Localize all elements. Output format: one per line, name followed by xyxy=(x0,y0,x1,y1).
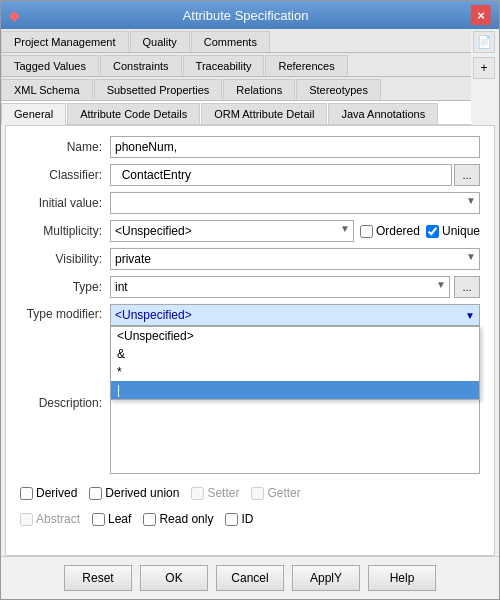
abstract-checkbox-label: Abstract xyxy=(20,512,80,526)
setter-checkbox[interactable] xyxy=(191,487,204,500)
dropdown-item-unspecified[interactable]: <Unspecified> xyxy=(111,327,479,345)
type-modifier-label: Type modifier: xyxy=(20,304,110,321)
content-area: Name: Classifier: ... Initial value: ▼ M… xyxy=(5,125,495,556)
visibility-label: Visibility: xyxy=(20,252,110,266)
dropdown-item-star[interactable]: * xyxy=(111,363,479,381)
ordered-label: Ordered xyxy=(376,224,420,238)
close-button[interactable]: × xyxy=(471,5,491,25)
tab-attribute-code[interactable]: Attribute Code Details xyxy=(67,103,200,124)
type-label: Type: xyxy=(20,280,110,294)
visibility-arrow: ▼ xyxy=(466,251,476,262)
tabs-wrapper: Project Management Quality Comments Tagg… xyxy=(1,29,499,125)
ordered-checkbox[interactable] xyxy=(360,225,373,238)
tab-subsetted-properties[interactable]: Subsetted Properties xyxy=(94,79,223,100)
getter-checkbox[interactable] xyxy=(251,487,264,500)
side-icon-page[interactable]: 📄 xyxy=(473,31,495,53)
lower-form: Description: xyxy=(20,394,480,474)
type-row: Type: ▼ ... xyxy=(20,276,480,298)
leaf-label: Leaf xyxy=(108,512,131,526)
tab-relations[interactable]: Relations xyxy=(223,79,295,100)
tab-references[interactable]: References xyxy=(265,55,347,76)
initial-value-row: Initial value: ▼ xyxy=(20,192,480,214)
setter-label: Setter xyxy=(207,486,239,500)
classifier-label: Classifier: xyxy=(20,168,110,182)
abstract-label: Abstract xyxy=(36,512,80,526)
tab-constraints[interactable]: Constraints xyxy=(100,55,182,76)
help-button[interactable]: Help xyxy=(368,565,436,591)
derived-union-checkbox-label: Derived union xyxy=(89,486,179,500)
derived-checkbox-label: Derived xyxy=(20,486,77,500)
unique-checkbox-label: Unique xyxy=(426,224,480,238)
tab-orm-attribute[interactable]: ORM Attribute Detail xyxy=(201,103,327,124)
dropdown-item-pipe[interactable]: | xyxy=(111,381,479,399)
description-area-row: Description: xyxy=(20,394,480,474)
tab-quality[interactable]: Quality xyxy=(130,31,190,52)
type-modifier-value: <Unspecified> xyxy=(115,308,192,322)
unique-checkbox[interactable] xyxy=(426,225,439,238)
classifier-browse-button[interactable]: ... xyxy=(454,164,480,186)
ordered-checkbox-label: Ordered xyxy=(360,224,420,238)
initial-value-arrow: ▼ xyxy=(466,195,476,206)
checkboxes-row-1: Derived Derived union Setter Getter xyxy=(20,480,480,506)
classifier-field-group: ... xyxy=(110,164,480,186)
main-window: ◆ Attribute Specification × Project Mana… xyxy=(0,0,500,600)
description-textarea[interactable] xyxy=(110,394,480,474)
type-modifier-selected[interactable]: <Unspecified> ▼ xyxy=(110,304,480,326)
read-only-checkbox[interactable] xyxy=(143,513,156,526)
name-input[interactable] xyxy=(110,136,480,158)
read-only-checkbox-label: Read only xyxy=(143,512,213,526)
id-label: ID xyxy=(241,512,253,526)
multiplicity-label: Multiplicity: xyxy=(20,224,110,238)
type-browse-button[interactable]: ... xyxy=(454,276,480,298)
title-bar: ◆ Attribute Specification × xyxy=(1,1,499,29)
multiplicity-input[interactable] xyxy=(110,220,354,242)
tab-xml-schema[interactable]: XML Schema xyxy=(1,79,93,100)
getter-label: Getter xyxy=(267,486,300,500)
tab-row-1: Project Management Quality Comments xyxy=(1,29,471,53)
classifier-row: Classifier: ... xyxy=(20,164,480,186)
checkboxes-row-2: Abstract Leaf Read only ID xyxy=(20,506,480,532)
initial-value-label: Initial value: xyxy=(20,196,110,210)
initial-value-input[interactable] xyxy=(110,192,480,214)
id-checkbox[interactable] xyxy=(225,513,238,526)
unique-label: Unique xyxy=(442,224,480,238)
cancel-button[interactable]: Cancel xyxy=(216,565,284,591)
type-input[interactable] xyxy=(110,276,450,298)
abstract-checkbox[interactable] xyxy=(20,513,33,526)
tab-traceability[interactable]: Traceability xyxy=(183,55,265,76)
name-row: Name: xyxy=(20,136,480,158)
tab-comments[interactable]: Comments xyxy=(191,31,270,52)
derived-checkbox[interactable] xyxy=(20,487,33,500)
tab-row-3: XML Schema Subsetted Properties Relation… xyxy=(1,77,471,101)
tab-project-management[interactable]: Project Management xyxy=(1,31,129,52)
apply-button[interactable]: ApplY xyxy=(292,565,360,591)
title-icon: ◆ xyxy=(9,7,20,23)
visibility-row: Visibility: ▼ xyxy=(20,248,480,270)
derived-label: Derived xyxy=(36,486,77,500)
type-modifier-dropdown[interactable]: <Unspecified> ▼ <Unspecified> & * | xyxy=(110,304,480,326)
read-only-label: Read only xyxy=(159,512,213,526)
leaf-checkbox[interactable] xyxy=(92,513,105,526)
description-label: Description: xyxy=(20,394,110,410)
visibility-input[interactable] xyxy=(110,248,480,270)
type-modifier-popup: <Unspecified> & * | xyxy=(110,326,480,400)
id-checkbox-label: ID xyxy=(225,512,253,526)
tab-stereotypes[interactable]: Stereotypes xyxy=(296,79,381,100)
ok-button[interactable]: OK xyxy=(140,565,208,591)
dropdown-item-amp[interactable]: & xyxy=(111,345,479,363)
leaf-checkbox-label: Leaf xyxy=(92,512,131,526)
derived-union-label: Derived union xyxy=(105,486,179,500)
reset-button[interactable]: Reset xyxy=(64,565,132,591)
getter-checkbox-label: Getter xyxy=(251,486,300,500)
type-modifier-row: Type modifier: <Unspecified> ▼ <Unspecif… xyxy=(20,304,480,326)
tab-java-annotations[interactable]: Java Annotations xyxy=(328,103,438,124)
tab-tagged-values[interactable]: Tagged Values xyxy=(1,55,99,76)
inner-tab-row: General Attribute Code Details ORM Attri… xyxy=(1,101,471,125)
derived-union-checkbox[interactable] xyxy=(89,487,102,500)
type-arrow: ▼ xyxy=(436,279,446,290)
multiplicity-row: Multiplicity: ▼ Ordered Unique xyxy=(20,220,480,242)
tab-general[interactable]: General xyxy=(1,103,66,125)
classifier-input[interactable] xyxy=(110,164,452,186)
multiplicity-arrow: ▼ xyxy=(340,223,350,234)
side-icon-plus[interactable]: + xyxy=(473,57,495,79)
